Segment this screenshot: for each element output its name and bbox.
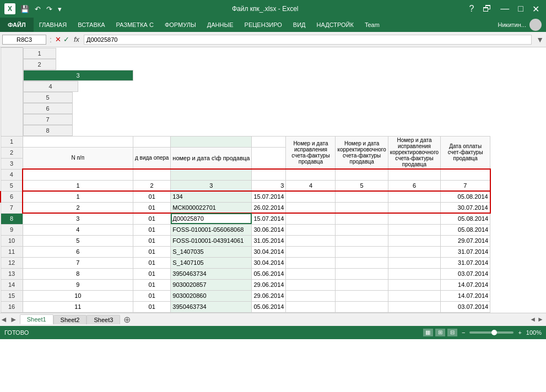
cell-r6c7[interactable] [388,191,440,202]
col-header-7[interactable]: 7 [23,114,73,125]
col-header-3[interactable]: 3 [23,70,133,81]
cell-r7c3[interactable]: МСК000022701 [171,202,252,213]
cell-r9c8[interactable]: 05.08.2014 [441,224,490,235]
close-button[interactable]: ✕ [530,3,542,15]
cell-r7c2[interactable]: 01 [133,202,171,213]
cell-r2c4[interactable] [252,147,286,169]
cell-r11c1[interactable]: 6 [23,246,133,257]
cell-r10c2[interactable]: 01 [133,235,171,246]
cell-r16c5[interactable] [286,301,336,312]
scroll-left-icon[interactable]: ◄ [529,315,536,323]
cell-r1c7-header[interactable]: Номер и дата исправления корректировочно… [388,136,440,169]
cell-r2c1-header[interactable]: N п/п [23,147,133,169]
redo-button[interactable]: ↷ [45,4,54,14]
cell-r13c4[interactable]: 05.06.2014 [252,268,286,279]
col-header-2[interactable]: 2 [23,59,56,70]
cell-r1c2[interactable] [133,136,171,147]
cell-r10c7[interactable] [388,235,440,246]
cell-r1c5-header[interactable]: Номер и дата исправления счета-фактуры п… [286,136,336,169]
cell-r5c6[interactable]: 5 [336,180,388,191]
cell-r15c5[interactable] [286,290,336,301]
cell-r12c7[interactable] [388,257,440,268]
zoom-in-icon[interactable]: + [518,329,521,336]
cell-r14c1[interactable]: 9 [23,279,133,290]
menu-team[interactable]: Team [359,18,385,32]
col-header-1[interactable]: 1 [23,48,56,59]
cell-r14c7[interactable] [388,279,440,290]
cell-r15c7[interactable] [388,290,440,301]
cell-r5c8[interactable]: 7 [441,180,490,191]
menu-file[interactable]: ФАЙЛ [0,18,34,32]
tab-nav-next[interactable]: ► [10,315,18,324]
cell-r12c8[interactable]: 31.07.2014 [441,257,490,268]
name-box[interactable] [2,35,46,45]
cell-r8c7[interactable] [388,213,440,224]
cell-r4c8[interactable] [441,169,490,180]
menu-addins[interactable]: НАДСТРОЙК [311,18,359,32]
cell-r1c6-header[interactable]: Номер и дата корректировочного счета-фак… [336,136,388,169]
zoom-out-icon[interactable]: − [462,329,465,336]
sheet-tab-sheet2[interactable]: Sheet2 [53,315,87,324]
cancel-formula-icon[interactable]: ✕ [55,35,61,43]
cell-r8c5[interactable] [286,213,336,224]
cell-r7c5[interactable] [286,202,336,213]
cell-r2c3-header[interactable]: номер и дата с\ф продавца [171,147,252,169]
cell-r16c1[interactable]: 11 [23,301,133,312]
cell-r6c1[interactable]: 1 [23,191,133,202]
cell-r2c2-header[interactable]: д вида опера [133,147,171,169]
col-header-6[interactable]: 6 [23,103,73,114]
expand-formula-bar-icon[interactable]: ▼ [536,35,544,44]
cell-r7c8[interactable]: 30.07.2014 [441,202,490,213]
cell-r16c8[interactable]: 03.07.2014 [441,301,490,312]
ribbon-toggle-button[interactable]: 🗗 [480,3,494,15]
cell-r15c6[interactable] [336,290,388,301]
cell-r5c2[interactable]: 2 [133,180,171,191]
cell-r14c8[interactable]: 14.07.2014 [441,279,490,290]
cell-r6c4[interactable]: 15.07.2014 [252,191,286,202]
cell-r4c6[interactable] [336,169,388,180]
cell-r12c2[interactable]: 01 [133,257,171,268]
cell-r1c1[interactable] [23,136,133,147]
cell-r7c6[interactable] [336,202,388,213]
cell-r10c5[interactable] [286,235,336,246]
cell-r6c8[interactable]: 05.08.2014 [441,191,490,202]
cell-r4c2[interactable] [133,169,171,180]
cell-r9c3[interactable]: FOSS-010001-056068068 [171,224,252,235]
cell-r15c8[interactable]: 14.07.2014 [441,290,490,301]
cell-r7c7[interactable] [388,202,440,213]
cell-r10c4[interactable]: 31.05.2014 [252,235,286,246]
cell-r13c2[interactable]: 01 [133,268,171,279]
maximize-button[interactable]: □ [516,3,526,15]
cell-r14c2[interactable]: 01 [133,279,171,290]
cell-r6c6[interactable] [336,191,388,202]
cell-r11c8[interactable]: 31.07.2014 [441,246,490,257]
col-header-4[interactable]: 4 [23,81,78,92]
cell-r13c7[interactable] [388,268,440,279]
cell-r12c5[interactable] [286,257,336,268]
minimize-button[interactable]: — [498,3,511,15]
cell-r11c3[interactable]: S_1407035 [171,246,252,257]
cell-r11c7[interactable] [388,246,440,257]
cell-r16c3[interactable]: 3950463734 [171,301,252,312]
cell-r14c4[interactable]: 29.06.2014 [252,279,286,290]
cell-r5c3[interactable]: 3 [171,180,252,191]
cell-r13c6[interactable] [336,268,388,279]
cell-r16c7[interactable] [388,301,440,312]
cell-r15c3[interactable]: 9030020860 [171,290,252,301]
cell-r13c8[interactable]: 03.07.2014 [441,268,490,279]
page-layout-view-icon[interactable]: ⊞ [435,329,445,336]
cell-r6c5[interactable] [286,191,336,202]
cell-r14c5[interactable] [286,279,336,290]
cell-r9c7[interactable] [388,224,440,235]
cell-r8c6[interactable] [336,213,388,224]
menu-review[interactable]: РЕЦЕНЗИРО [239,18,288,32]
cell-r1c4[interactable] [252,136,286,147]
cell-r13c5[interactable] [286,268,336,279]
cell-r16c2[interactable]: 01 [133,301,171,312]
cell-r4c1[interactable] [23,169,133,180]
zoom-slider[interactable] [469,331,513,334]
cell-r10c3[interactable]: FOSS-010001-043914061 [171,235,252,246]
cell-r15c4[interactable]: 29.06.2014 [252,290,286,301]
undo-button[interactable]: ↶ [33,4,42,14]
cell-r4c5[interactable] [286,169,336,180]
